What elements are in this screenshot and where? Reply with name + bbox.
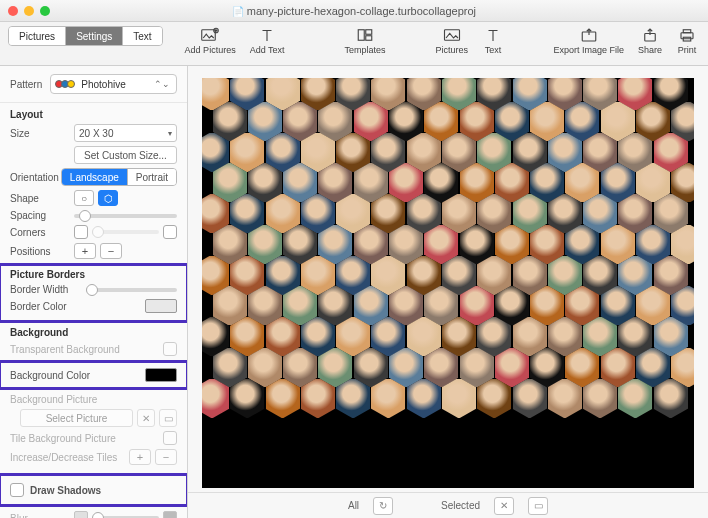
shuffle-all-button[interactable]: ↻ <box>373 497 393 515</box>
background-color-row: Background Color <box>0 362 187 388</box>
zoom-window-button[interactable] <box>40 6 50 16</box>
layout-heading: Layout <box>10 109 177 120</box>
pictures-button[interactable]: Pictures <box>436 26 469 55</box>
toolbar-center-group: Templates <box>345 26 386 55</box>
corners-slider[interactable] <box>92 230 159 234</box>
add-text-button[interactable]: Add Text <box>250 26 285 55</box>
svg-rect-9 <box>683 30 691 33</box>
blur-end-swatch <box>163 511 177 518</box>
corners-checkbox[interactable] <box>74 225 88 239</box>
transparent-bg-checkbox[interactable] <box>163 342 177 356</box>
window-controls <box>8 6 50 16</box>
size-select[interactable]: 20 X 30 <box>74 124 177 142</box>
svg-rect-2 <box>358 30 364 41</box>
pattern-value: Photohive <box>81 79 148 90</box>
chevron-updown-icon: ⌃⌄ <box>154 79 170 89</box>
svg-rect-4 <box>366 36 372 41</box>
close-window-button[interactable] <box>8 6 18 16</box>
select-picture-button[interactable]: Select Picture <box>20 409 133 427</box>
toolbar-left-group: Add Pictures Add Text <box>185 26 285 55</box>
remove-selected-button[interactable]: ✕ <box>494 497 514 515</box>
orientation-portrait[interactable]: Portrait <box>128 169 176 185</box>
window-title: many-picture-hexagon-collage.turbocollag… <box>0 5 708 17</box>
text-button[interactable]: Text <box>482 26 504 55</box>
tile-bg-checkbox[interactable] <box>163 431 177 445</box>
set-custom-size-button[interactable]: Set Custom Size... <box>74 146 177 164</box>
draw-shadows-label: Draw Shadows <box>30 485 101 496</box>
background-picture-group: Background Picture Select Picture ✕ ▭ Ti… <box>0 388 187 471</box>
shape-label: Shape <box>10 193 74 204</box>
pattern-row: Pattern Photohive ⌃⌄ <box>0 66 187 103</box>
svg-rect-0 <box>202 30 216 41</box>
toolbar-pictures-text-group: Pictures Text <box>436 26 505 55</box>
border-color-label: Border Color <box>10 301 86 312</box>
tiles-minus[interactable]: − <box>155 449 177 465</box>
background-color-label: Background Color <box>10 370 110 381</box>
pattern-swatch-icon <box>57 80 75 88</box>
tile-bg-label: Tile Background Picture <box>10 433 140 444</box>
edit-selected-button[interactable]: ▭ <box>528 497 548 515</box>
corners-label: Corners <box>10 227 74 238</box>
preview-picture-button[interactable]: ▭ <box>159 409 177 427</box>
footer-selected-label: Selected <box>441 500 480 511</box>
svg-rect-5 <box>444 30 459 41</box>
orientation-landscape[interactable]: Landscape <box>62 169 128 185</box>
border-width-slider[interactable] <box>86 288 177 292</box>
pattern-picker[interactable]: Photohive ⌃⌄ <box>50 74 177 94</box>
tab-text[interactable]: Text <box>123 27 161 45</box>
positions-plus[interactable]: + <box>74 243 96 259</box>
background-picture-label: Background Picture <box>10 394 130 405</box>
spacing-slider[interactable] <box>74 214 177 218</box>
clear-picture-button[interactable]: ✕ <box>137 409 155 427</box>
toolbar-right-group: Export Image File Share Print <box>553 26 698 55</box>
tab-settings[interactable]: Settings <box>66 27 123 45</box>
border-width-label: Border Width <box>10 284 86 295</box>
pictures-plus-icon <box>199 26 221 44</box>
hexagon-grid <box>202 78 694 488</box>
footer-all-label: All <box>348 500 359 511</box>
layout-section: Layout Size 20 X 30 Set Custom Size... O… <box>0 103 187 265</box>
positions-label: Positions <box>10 246 74 257</box>
tab-pictures[interactable]: Pictures <box>9 27 66 45</box>
shadows-extra: Blur <box>0 505 187 518</box>
border-color-well[interactable] <box>145 299 177 313</box>
tiles-plus[interactable]: + <box>129 449 151 465</box>
templates-button[interactable]: Templates <box>345 26 386 55</box>
picture-borders-section: Picture Borders Border Width Border Colo… <box>0 265 187 321</box>
templates-icon <box>354 26 376 44</box>
share-button[interactable]: Share <box>638 26 662 55</box>
export-button[interactable]: Export Image File <box>553 26 624 55</box>
corners-checkbox-2[interactable] <box>163 225 177 239</box>
transparent-bg-label: Transparent Background <box>10 344 130 355</box>
settings-sidebar: Pattern Photohive ⌃⌄ Layout Size 20 X 30… <box>0 66 188 518</box>
add-pictures-button[interactable]: Add Pictures <box>185 26 236 55</box>
pictures-icon <box>441 26 463 44</box>
text-icon <box>482 26 504 44</box>
toolbar: Pictures Settings Text Add Pictures Add … <box>0 22 708 66</box>
print-button[interactable]: Print <box>676 26 698 55</box>
collage-canvas[interactable] <box>202 78 694 488</box>
canvas-area: All ↻ Selected ✕ ▭ <box>188 66 708 518</box>
background-color-well[interactable] <box>145 368 177 382</box>
svg-rect-3 <box>366 30 372 35</box>
text-icon <box>256 26 278 44</box>
positions-stepper: + − <box>74 243 122 259</box>
minimize-window-button[interactable] <box>24 6 34 16</box>
blur-start-swatch <box>74 511 88 518</box>
background-heading: Background <box>10 327 177 338</box>
print-icon <box>676 26 698 44</box>
shape-circle-button[interactable]: ○ <box>74 190 94 206</box>
orientation-label: Orientation <box>10 172 61 183</box>
sidebar-tab-switcher: Pictures Settings Text <box>8 26 163 46</box>
blur-label: Blur <box>10 513 74 519</box>
draw-shadows-checkbox[interactable] <box>10 483 24 497</box>
borders-heading: Picture Borders <box>10 269 177 280</box>
draw-shadows-row: Draw Shadows <box>0 475 187 505</box>
pattern-label: Pattern <box>10 79 42 90</box>
orientation-segment: Landscape Portrait <box>61 168 177 186</box>
shape-hexagon-button[interactable]: ⬡ <box>98 190 118 206</box>
export-icon <box>578 26 600 44</box>
positions-minus[interactable]: − <box>100 243 122 259</box>
background-section: Background Transparent Background <box>0 321 187 362</box>
size-label: Size <box>10 128 74 139</box>
